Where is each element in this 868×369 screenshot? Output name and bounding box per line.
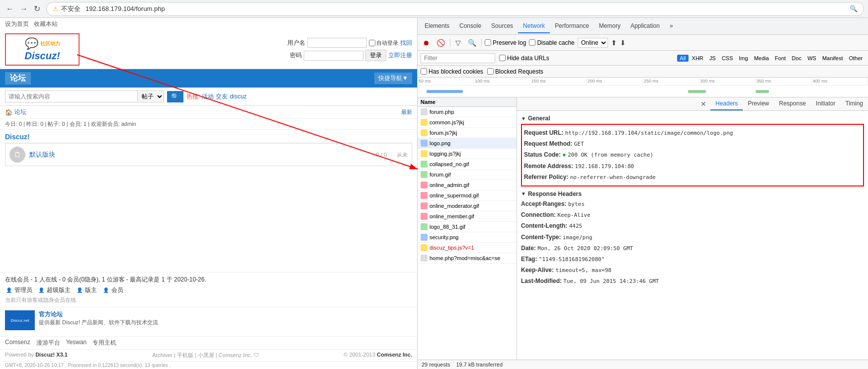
request-forum-gif[interactable]: forum.gif (418, 170, 517, 180)
hot-tag-discuz[interactable]: discuz (230, 93, 247, 100)
forum-name[interactable]: 默认版块 (29, 150, 376, 159)
footer-link-manyou[interactable]: 漫游平台 (36, 339, 60, 347)
footer-link-dedicated[interactable]: 专用主机 (92, 339, 116, 347)
search-button[interactable]: 🔍 (466, 38, 478, 48)
tab-network[interactable]: Network (518, 19, 550, 33)
request-online-admin-gif[interactable]: online_admin.gif (418, 180, 517, 190)
devtools-content: Name forum.php common.js?jkj forum.js?jk… (418, 97, 868, 360)
top-bar: 设为首页 收藏本站 (0, 18, 417, 30)
tab-memory[interactable]: Memory (594, 19, 625, 33)
filter-media[interactable]: Media (752, 55, 772, 62)
footer-link-comsenz[interactable]: Comsenz (5, 339, 30, 347)
gif-icon (421, 202, 428, 209)
hide-data-urls-checkbox[interactable] (499, 55, 506, 61)
request-logging-js[interactable]: logging.js?jkj (418, 149, 517, 159)
filter-input[interactable] (421, 53, 495, 63)
filter-manifest[interactable]: Manifest (820, 55, 846, 62)
hot-tag-friends[interactable]: 交友 (216, 92, 228, 101)
set-homepage-link[interactable]: 设为首页 (5, 20, 29, 28)
bookmark-link[interactable]: 收藏本站 (34, 20, 58, 28)
request-logo-png[interactable]: logo.png (418, 138, 517, 149)
tab-elements[interactable]: Elements (420, 19, 454, 33)
request-collapsed-gif[interactable]: collapsed_no.gif (418, 159, 517, 170)
record-button[interactable]: ⏺ (421, 38, 432, 48)
search-type-select[interactable]: 帖子 (137, 92, 164, 101)
login-button[interactable]: 登录 (365, 50, 386, 61)
filter-font[interactable]: Font (773, 55, 788, 62)
request-logo-88-gif[interactable]: logo_88_31.gif (418, 222, 517, 232)
detail-tab-response[interactable]: Response (774, 97, 811, 110)
filter-xhr[interactable]: XHR (690, 55, 706, 62)
disable-cache-text: Disable cache (537, 39, 574, 46)
find-link[interactable]: 找回 (400, 39, 412, 47)
preserve-log-checkbox[interactable] (485, 39, 491, 46)
reload-button[interactable]: ↻ (32, 3, 42, 14)
import-button[interactable]: ⬆ (611, 39, 617, 47)
request-online-member-gif[interactable]: online_member.gif (418, 211, 517, 222)
breadcrumb-forum[interactable]: 论坛 (14, 108, 26, 116)
filter-all[interactable]: All (677, 55, 688, 62)
clear-button[interactable]: 🚫 (434, 38, 447, 48)
online-section: 在线会员 - 1 人在线 - 0 会员(0隐身), 1 位游客 - 最高记录是 … (0, 272, 417, 307)
search-input[interactable] (5, 91, 137, 102)
forum-last: 从未 (397, 151, 408, 159)
quick-nav-button[interactable]: 快捷导航▼ (374, 73, 412, 84)
request-common-js[interactable]: common.js?jkj (418, 117, 517, 128)
response-header-key: Connection: (521, 211, 556, 218)
official-name[interactable]: 官方论坛 (39, 310, 412, 319)
request-security-png[interactable]: security.png (418, 232, 517, 243)
footer-link-yeswan[interactable]: Yeswan (66, 339, 87, 347)
filter-img[interactable]: Img (736, 55, 750, 62)
filter-other[interactable]: Other (846, 55, 865, 62)
request-online-supermod-gif[interactable]: online_supermod.gif (418, 190, 517, 201)
export-button[interactable]: ⬇ (620, 39, 626, 47)
tab-application[interactable]: Application (625, 19, 665, 33)
request-forum-php[interactable]: forum.php (418, 107, 517, 117)
register-link[interactable]: 立即注册 (388, 51, 412, 60)
tab-console[interactable]: Console (454, 19, 486, 33)
request-online-moderator-gif[interactable]: online_moderator.gif (418, 201, 517, 211)
request-home-php[interactable]: home.php?mod=misc&ac=se (418, 253, 517, 264)
filter-js[interactable]: JS (707, 55, 718, 62)
detail-tabs: ✕ Headers Preview Response Initiator Tim… (517, 97, 868, 111)
forum-nav-item[interactable]: 论坛 (5, 72, 31, 85)
filter-button[interactable]: ▽ (453, 38, 463, 48)
online-title: 在线会员 - 1 人在线 - 0 会员(0隐身), 1 位游客 - 最高记录是 … (5, 276, 412, 284)
request-discuz-tips-js[interactable]: discuz_tips.js?v=1 (418, 243, 517, 253)
forward-button[interactable]: → (18, 3, 30, 14)
password-input[interactable] (304, 51, 363, 61)
devtools-toolbar: ⏺ 🚫 ▽ 🔍 Preserve log Disable cache Onlin… (418, 35, 868, 51)
response-header-value: Mon, 26 Oct 2020 02:09:50 GMT (537, 245, 633, 252)
filter-css[interactable]: CSS (719, 55, 736, 62)
doc-icon (421, 255, 428, 262)
detail-tab-preview[interactable]: Preview (743, 97, 774, 110)
filter-ws[interactable]: WS (805, 55, 819, 62)
tab-sources[interactable]: Sources (486, 19, 518, 33)
disable-cache-checkbox[interactable] (529, 39, 535, 46)
response-header-key: Last-Modified: (521, 277, 562, 284)
search-button[interactable]: 🔍 (167, 91, 183, 102)
hot-tag-activity[interactable]: 活动 (202, 92, 214, 101)
back-button[interactable]: ← (4, 3, 16, 14)
response-header-row: Content-Type: image/png (521, 233, 864, 242)
member-icon: 👤 (102, 286, 110, 294)
address-bar[interactable]: ⚠ 不安全 192.168.179.104/forum.php 🔍 (46, 2, 864, 16)
response-headers-title: Response Headers (521, 190, 864, 197)
throttle-select[interactable]: Online (578, 38, 608, 48)
username-input[interactable] (307, 38, 367, 48)
detail-close-button[interactable]: ✕ (696, 97, 710, 110)
tab-more[interactable]: » (665, 19, 678, 33)
tab-performance[interactable]: Performance (550, 19, 594, 33)
request-method-value: GET (574, 141, 584, 147)
filter-doc[interactable]: Doc (789, 55, 804, 62)
admin-icon: 👤 (5, 286, 13, 294)
request-forum-js[interactable]: forum.js?jkj (418, 128, 517, 138)
detail-tab-timing[interactable]: Timing (840, 97, 868, 110)
detail-tab-initiator[interactable]: Initiator (811, 97, 840, 110)
detail-tab-headers[interactable]: Headers (710, 97, 743, 110)
official-desc: 提供最新 Discuz! 产品新闻、软件下载与技术交流 (39, 319, 412, 326)
blocked-requests-checkbox[interactable] (487, 68, 494, 75)
auto-login-checkbox[interactable] (369, 40, 375, 46)
logo-text: Discuz! (24, 50, 60, 62)
has-blocked-checkbox[interactable] (421, 68, 427, 75)
